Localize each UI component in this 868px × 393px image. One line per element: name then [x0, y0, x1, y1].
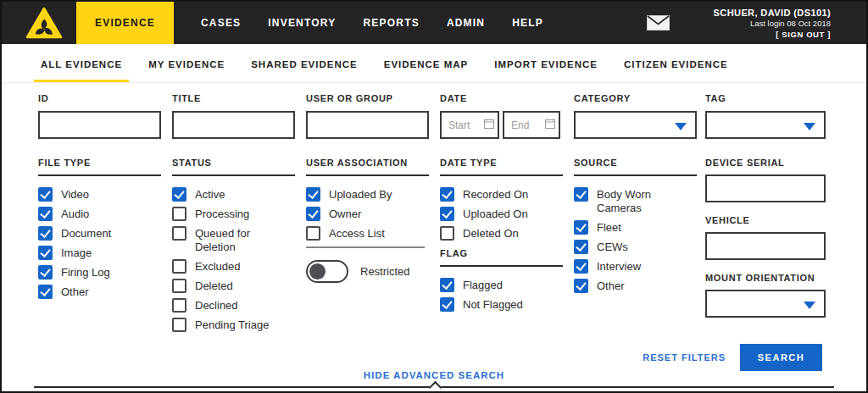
checkbox[interactable]	[172, 279, 186, 293]
checkbox-row-uploaded-by[interactable]: Uploaded By	[306, 187, 429, 202]
category-select[interactable]	[574, 111, 697, 139]
checkbox[interactable]	[440, 207, 454, 221]
calendar-icon[interactable]	[484, 119, 494, 129]
checkbox-row-fleet[interactable]: Fleet	[574, 220, 697, 235]
calendar-icon[interactable]	[545, 119, 555, 129]
checkbox[interactable]	[38, 265, 53, 280]
vehicle-field: VEHICLE	[705, 215, 826, 260]
axon-logo[interactable]	[24, 2, 64, 44]
checkbox-row-deleted[interactable]: Deleted	[172, 279, 295, 293]
nav-right-section: SCHUER, DAVID (DS101) Last login 08 Oct …	[647, 2, 866, 44]
checkbox-label: Body Worn Cameras	[597, 187, 682, 215]
tag-field: TAG	[705, 93, 826, 139]
checkbox-row-video[interactable]: Video	[38, 187, 161, 202]
nav-item-cases[interactable]: CASES	[201, 2, 241, 44]
checkbox[interactable]	[574, 240, 588, 254]
checkbox-label: Deleted	[195, 279, 233, 293]
file-type-header: FILE TYPE	[38, 158, 161, 176]
checkbox[interactable]	[172, 226, 186, 241]
checkbox[interactable]	[38, 285, 53, 299]
checkbox-label: Queued for Deletion	[195, 226, 280, 254]
file-type-section: FILE TYPE Video Audio Document Image Fir…	[38, 158, 161, 304]
reset-filters-link[interactable]: RESET FILTERS	[643, 352, 726, 363]
checkbox[interactable]	[574, 279, 588, 293]
checkbox-row-access-list[interactable]: Access List	[306, 226, 429, 241]
sign-out-link[interactable]: [ SIGN OUT ]	[714, 29, 831, 40]
date-end-box	[503, 111, 560, 139]
checkbox[interactable]	[38, 187, 53, 202]
search-button[interactable]: SEARCH	[740, 344, 822, 371]
checkbox[interactable]	[38, 246, 53, 260]
tab-citizen-evidence[interactable]: CITIZEN EVIDENCE	[617, 44, 735, 82]
checkbox-row-flagged[interactable]: Flagged	[440, 278, 563, 292]
checkbox[interactable]	[172, 318, 186, 332]
nav-item-help[interactable]: HELP	[512, 2, 543, 44]
checkbox[interactable]	[306, 207, 320, 221]
checkbox[interactable]	[574, 187, 588, 202]
checkbox[interactable]	[38, 207, 53, 221]
checkbox-row-source-other[interactable]: Other	[574, 279, 697, 293]
checkbox[interactable]	[172, 207, 186, 221]
checkbox-label: Not Flagged	[463, 297, 523, 312]
tab-evidence-map[interactable]: EVIDENCE MAP	[377, 44, 476, 82]
vehicle-input[interactable]	[705, 232, 826, 260]
chevron-down-icon	[804, 123, 815, 130]
checkbox-row-firing-log[interactable]: Firing Log	[38, 265, 161, 280]
user-name: SCHUER, DAVID (DS101)	[714, 7, 831, 19]
checkbox[interactable]	[306, 226, 320, 241]
chevron-down-icon	[675, 123, 687, 130]
title-input[interactable]	[172, 111, 295, 139]
id-input[interactable]	[38, 111, 161, 139]
mount-orientation-label: MOUNT ORIENTATION	[705, 273, 826, 283]
tab-label: ALL EVIDENCE	[41, 59, 122, 69]
tab-import-evidence[interactable]: IMPORT EVIDENCE	[487, 44, 604, 82]
checkbox[interactable]	[172, 298, 186, 313]
nav-item-reports[interactable]: REPORTS	[363, 2, 419, 44]
checkbox-row-interview[interactable]: Interview	[574, 259, 697, 274]
checkbox[interactable]	[440, 297, 454, 312]
checkbox[interactable]	[440, 226, 454, 241]
checkbox-row-body-worn-cameras[interactable]: Body Worn Cameras	[574, 187, 697, 215]
source-header: SOURCE	[574, 158, 697, 176]
nav-item-admin[interactable]: ADMIN	[447, 2, 485, 44]
checkbox-row-cews[interactable]: CEWs	[574, 240, 697, 254]
device-serial-input[interactable]	[705, 174, 826, 202]
messages-button[interactable]	[647, 15, 670, 30]
tab-all-evidence[interactable]: ALL EVIDENCE	[34, 44, 129, 82]
checkbox-row-audio[interactable]: Audio	[38, 207, 161, 221]
checkbox-row-excluded[interactable]: Excluded	[172, 259, 295, 274]
hide-advanced-search-link[interactable]: HIDE ADVANCED SEARCH	[2, 370, 866, 380]
date-label: DATE	[440, 93, 563, 103]
checkbox[interactable]	[574, 259, 588, 274]
checkbox[interactable]	[38, 226, 53, 241]
checkbox-row-processing[interactable]: Processing	[172, 207, 295, 221]
tab-my-evidence[interactable]: MY EVIDENCE	[142, 44, 231, 82]
checkbox[interactable]	[306, 187, 320, 202]
checkbox-row-recorded-on[interactable]: Recorded On	[440, 187, 563, 202]
mount-orientation-select[interactable]	[705, 290, 826, 318]
checkbox-row-declined[interactable]: Declined	[172, 298, 295, 313]
checkbox-row-deleted-on[interactable]: Deleted On	[440, 226, 563, 241]
nav-item-evidence[interactable]: EVIDENCE	[76, 2, 174, 44]
checkbox-row-other[interactable]: Other	[38, 285, 161, 299]
checkbox[interactable]	[440, 278, 454, 292]
checkbox-row-document[interactable]: Document	[38, 226, 161, 241]
checkbox-row-queued-for-deletion[interactable]: Queued for Deletion	[172, 226, 295, 254]
checkbox-row-uploaded-on[interactable]: Uploaded On	[440, 207, 563, 221]
checkbox[interactable]	[440, 187, 454, 202]
restricted-toggle[interactable]	[306, 260, 348, 283]
checkbox-row-image[interactable]: Image	[38, 246, 161, 260]
checkbox-row-owner[interactable]: Owner	[306, 207, 429, 221]
user-association-header: USER ASSOCIATION	[306, 158, 429, 176]
user-or-group-input[interactable]	[306, 111, 429, 139]
checkbox-row-pending-triage[interactable]: Pending Triage	[172, 318, 295, 332]
checkbox-row-not-flagged[interactable]: Not Flagged	[440, 297, 563, 312]
checkbox[interactable]	[172, 259, 186, 274]
tab-shared-evidence[interactable]: SHARED EVIDENCE	[244, 44, 364, 82]
checkbox[interactable]	[574, 220, 588, 235]
tag-select[interactable]	[705, 111, 826, 139]
checkbox[interactable]	[172, 187, 186, 202]
nav-item-inventory[interactable]: INVENTORY	[268, 2, 336, 44]
checkbox-row-active[interactable]: Active	[172, 187, 295, 202]
nav-item-label: ADMIN	[447, 17, 485, 29]
